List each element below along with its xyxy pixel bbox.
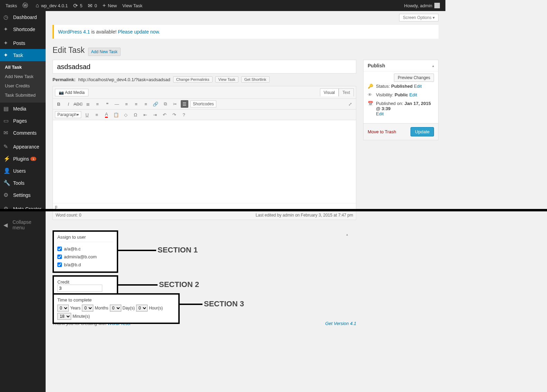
sidebar-item-tools[interactable]: 🔧Tools <box>0 177 46 189</box>
sidebar-collapse[interactable]: ◀Collapse menu <box>0 217 46 233</box>
assign-check-3[interactable] <box>57 262 62 267</box>
sidebar-item-comments[interactable]: ✉Comments <box>0 127 46 139</box>
publish-toggle-icon[interactable]: ▴ <box>432 64 434 68</box>
adminbar-comments[interactable]: ✉0 <box>85 0 100 11</box>
media-icon: ▤ <box>3 105 10 112</box>
preview-changes-button[interactable]: Preview Changes <box>394 74 434 82</box>
shortcodes-button[interactable]: Shortcodes <box>190 101 216 107</box>
link-icon[interactable]: 🔗 <box>152 100 159 108</box>
textcolor-icon[interactable]: A <box>103 111 110 118</box>
sidebar-sub-alltask[interactable]: All Task <box>0 63 46 72</box>
unlink-icon[interactable]: ⧉ <box>161 100 169 108</box>
sidebar-sub-credits[interactable]: User Credits <box>0 81 46 90</box>
adminbar-updates[interactable]: ⟳5 <box>70 0 85 11</box>
undo-icon[interactable]: ↶ <box>161 111 168 118</box>
editor-canvas[interactable] <box>53 120 356 203</box>
strike-icon[interactable]: ABC <box>74 100 82 108</box>
months-select[interactable]: 0 <box>82 305 93 312</box>
pin-icon: ✦ <box>3 26 10 32</box>
tab-visual[interactable]: Visual <box>320 88 339 96</box>
pastetext-icon[interactable]: 📋 <box>112 111 120 118</box>
quote-icon[interactable]: ❝ <box>103 100 111 108</box>
bold-icon[interactable]: B <box>55 100 63 108</box>
alignleft-icon[interactable]: ≡ <box>123 100 130 108</box>
kitchen-sink-icon[interactable]: ☰ <box>181 100 188 108</box>
page-icon: ▭ <box>3 117 10 124</box>
edit-visibility-link[interactable]: Edit <box>409 92 417 97</box>
divider-bar <box>0 209 445 211</box>
tab-text[interactable]: Text <box>339 88 354 96</box>
calendar-icon: 📅 <box>368 101 373 106</box>
user-icon: 👤 <box>3 168 10 174</box>
edit-status-link[interactable]: Edit <box>414 84 422 89</box>
sidebar-item-media[interactable]: ▤Media <box>0 103 46 115</box>
section2-label: SECTION 2 <box>159 280 199 289</box>
nag-link-update[interactable]: Please update now. <box>118 29 160 35</box>
sidebar-item-appearance[interactable]: ✎Appearance <box>0 141 46 153</box>
update-button[interactable]: Update <box>411 127 434 136</box>
edit-date-link[interactable]: Edit <box>376 111 384 116</box>
add-new-task-button[interactable]: Add New Task <box>88 48 121 56</box>
screen-options-button[interactable]: Screen Options ▾ <box>399 14 438 21</box>
minutes-select[interactable]: 18 <box>57 313 71 320</box>
camera-icon: 📷 <box>59 90 65 95</box>
sidebar-item-settings[interactable]: ⚙Settings <box>0 189 46 201</box>
ul-icon[interactable]: ≣ <box>84 100 92 108</box>
view-task-button[interactable]: View Task <box>215 76 238 83</box>
adminbar-site[interactable]: ⌂wp_dev 4.0.1 <box>33 0 70 11</box>
post-title-input[interactable] <box>53 60 356 74</box>
days-select[interactable]: 0 <box>110 305 121 312</box>
aligncenter-icon[interactable]: ≡ <box>132 100 140 108</box>
sidebar-item-plugins[interactable]: ⚡Plugins1 <box>0 153 46 165</box>
justify-icon[interactable]: ≡ <box>93 111 101 118</box>
paragraph-select[interactable]: Paragraph▾ <box>55 111 81 118</box>
fullscreen-icon[interactable]: ⤢ <box>346 100 354 108</box>
sidebar-item-pages[interactable]: ▭Pages <box>0 115 46 127</box>
move-to-trash-link[interactable]: Move to Trash <box>368 129 396 134</box>
plus-icon: + <box>103 2 106 9</box>
underline-icon[interactable]: U <box>83 111 91 118</box>
sidebar-item-dashboard[interactable]: ◷Dashboard <box>0 11 46 23</box>
pin-icon: ✦ <box>3 40 10 46</box>
credit-input[interactable] <box>57 285 102 292</box>
add-media-button[interactable]: 📷 Add Media <box>55 89 88 96</box>
wrench-icon: 🔧 <box>3 180 10 186</box>
sidebar-sub-submitted[interactable]: Task Submitted <box>0 90 46 100</box>
wp-logo-icon[interactable]: ⓦ <box>20 0 33 11</box>
ol-icon[interactable]: ≡ <box>94 100 101 108</box>
sidebar-item-posts[interactable]: ✦Posts <box>0 37 46 49</box>
alignright-icon[interactable]: ≡ <box>142 100 150 108</box>
assign-check-1[interactable] <box>57 247 62 251</box>
footer-version-link[interactable]: Get Version 4.1 <box>325 321 356 326</box>
sidebar-item-users[interactable]: 👤Users <box>0 165 46 177</box>
meta-area: Assign to user a/a@b.c admin/a@b.com b/a… <box>53 230 356 313</box>
sidebar-item-task[interactable]: ✦Task <box>0 49 46 61</box>
hours-select[interactable]: 0 <box>136 305 148 312</box>
comment-icon: ✉ <box>3 130 10 136</box>
sidebar-submenu-task: All Task Add New Task User Credits Task … <box>0 61 46 103</box>
help-icon[interactable]: ? <box>180 111 188 118</box>
comment-icon: ✉ <box>88 2 92 9</box>
adminbar-new[interactable]: +New <box>100 0 120 11</box>
sidebar-sub-addtask[interactable]: Add New Task <box>0 72 46 81</box>
assign-heading: Assign to user <box>57 235 86 240</box>
assign-check-2[interactable] <box>57 255 62 259</box>
adminbar-tasks[interactable]: Tasks <box>3 0 20 11</box>
years-select[interactable]: 0 <box>57 305 69 312</box>
more-icon[interactable]: ✂ <box>171 100 179 108</box>
adminbar-viewtask[interactable]: View Task <box>120 0 145 11</box>
outdent-icon[interactable]: ⇤ <box>141 111 149 118</box>
redo-icon[interactable]: ↷ <box>170 111 178 118</box>
indent-icon[interactable]: ⇥ <box>151 111 159 118</box>
get-shortlink-button[interactable]: Get Shortlink <box>241 76 270 83</box>
change-permalinks-button[interactable]: Change Permalinks <box>173 76 213 83</box>
adminbar-howdy[interactable]: Howdy, admin <box>402 0 443 11</box>
specialchar-icon[interactable]: Ω <box>132 111 139 118</box>
nag-link-version[interactable]: WordPress 4.1 <box>58 29 90 35</box>
meta-collapse-icon[interactable]: ▴ <box>346 232 348 236</box>
hr-icon[interactable]: — <box>113 100 121 108</box>
italic-icon[interactable]: I <box>65 100 72 108</box>
sidebar-item-shortcode[interactable]: ✦Shortcode <box>0 23 46 35</box>
main-content: Screen Options ▾ WordPress 4.1 is availa… <box>46 11 445 334</box>
clearformat-icon[interactable]: ◇ <box>122 111 130 118</box>
